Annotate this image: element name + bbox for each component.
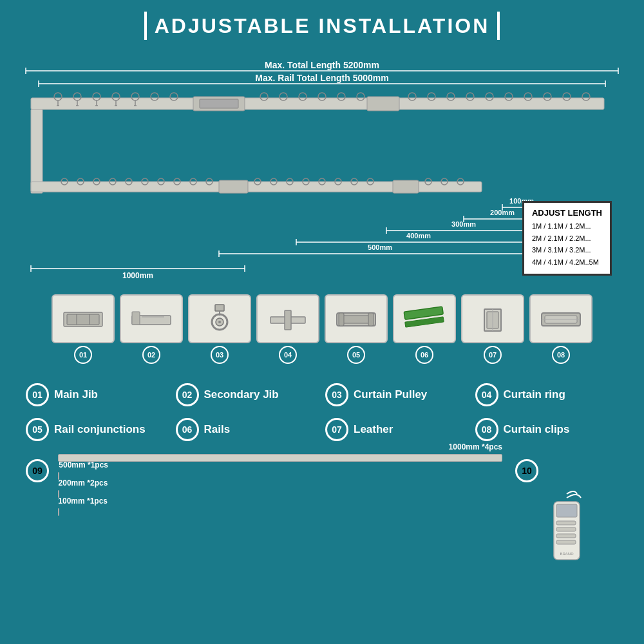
circle-08: 08 (475, 418, 498, 441)
adjust-lines: 1M / 1.1M / 1.2M...2M / 2.1M / 2.2M...3M… (532, 220, 602, 269)
part-02-box (120, 294, 183, 343)
svg-rect-46 (393, 180, 419, 193)
bar-1000-visual (58, 454, 502, 462)
svg-rect-122 (556, 521, 576, 525)
diagram-area: Max. Total Length 5200mm Max. Rail Total… (13, 46, 631, 291)
part-08-container: 08 (529, 294, 592, 364)
svg-rect-121 (556, 504, 577, 517)
label-01-text: Main Jib (54, 388, 98, 401)
part-03-num: 03 (211, 346, 229, 364)
label-03-text: Curtain Pulley (354, 388, 427, 401)
svg-rect-101 (215, 305, 224, 311)
part-01-box (52, 294, 115, 343)
label-05-text: Rail conjunctions (54, 423, 146, 436)
circle-07: 07 (325, 418, 348, 441)
svg-rect-125 (556, 540, 576, 544)
rail-bars-area: 1000mm *4pcs 500mm *1pcs 200mm *2pcs 100… (58, 454, 502, 538)
title-bar: ADJUSTABLE INSTALLATION (0, 0, 644, 46)
part-04-container: 04 (256, 294, 319, 364)
railbar-100: 100mm *1pcs (58, 508, 59, 516)
svg-rect-99 (132, 312, 140, 325)
label-02-text: Secondary Jib (204, 388, 279, 401)
bottom-section: 09 1000mm *4pcs 500mm *1pcs 200mm *2pcs … (0, 448, 644, 566)
svg-text:200mm: 200mm (490, 209, 515, 216)
svg-rect-123 (556, 527, 576, 531)
adjust-line: 1M / 1.1M / 1.2M... (532, 220, 602, 232)
label-05: 05 Rail conjunctions (26, 418, 169, 441)
part-03-icon (197, 301, 242, 337)
circle-10: 10 (515, 459, 538, 482)
svg-rect-9 (367, 97, 399, 111)
title-bar-right (497, 12, 500, 40)
parts-labels-grid: 01 Main Jib 02 Secondary Jib 03 Curtain … (0, 364, 644, 448)
label-06-text: Rails (204, 423, 231, 436)
adjust-line: 2M / 2.1M / 2.2M... (532, 232, 602, 245)
bar-200-label: 200mm *2pcs (59, 478, 108, 488)
part-02-num: 02 (142, 346, 160, 364)
part-05-box (325, 294, 388, 343)
part-05-icon (334, 303, 379, 335)
section-09: 09 1000mm *4pcs 500mm *1pcs 200mm *2pcs … (26, 454, 502, 538)
part-01-icon (61, 303, 106, 335)
part-02-icon (129, 303, 174, 335)
svg-rect-43 (31, 109, 43, 193)
svg-rect-45 (219, 180, 248, 193)
label-01: 01 Main Jib (26, 383, 169, 406)
part-02-container: 02 (120, 294, 183, 364)
part-01-container: 01 (52, 294, 115, 364)
section-10: 10 BRAND (515, 454, 618, 566)
circle-04: 04 (475, 383, 498, 406)
svg-rect-6 (31, 98, 604, 109)
label-03: 03 Curtain Pulley (325, 383, 469, 406)
part-08-box (529, 294, 592, 343)
svg-text:300mm: 300mm (451, 220, 476, 228)
svg-rect-95 (67, 314, 99, 325)
part-07-container: 07 (461, 294, 524, 364)
svg-rect-109 (340, 316, 372, 323)
adjust-title: ADJUST LENGTH (532, 208, 602, 218)
label-04-text: Curtain ring (504, 388, 565, 401)
part-06-box (393, 294, 456, 343)
svg-text:Max. Rail Total Length 5000mm: Max. Rail Total Length 5000mm (255, 73, 388, 83)
part-04-num: 04 (279, 346, 297, 364)
svg-point-105 (218, 321, 221, 323)
part-07-num: 07 (484, 346, 502, 364)
part-04-box (256, 294, 319, 343)
parts-icons-row: 01 02 03 (0, 294, 644, 364)
part-07-box (461, 294, 524, 343)
svg-text:400mm: 400mm (406, 232, 431, 240)
label-07: 07 Leather (325, 418, 469, 441)
label-08-text: Curtain clips (504, 423, 570, 436)
adjust-line: 3M / 3.1M / 3.2M... (532, 244, 602, 256)
part-04-icon (265, 303, 310, 335)
num-10-header: 10 (515, 459, 538, 482)
svg-text:Max. Total Length 5200mm: Max. Total Length 5200mm (265, 60, 379, 70)
part-01-num: 01 (74, 346, 92, 364)
part-07-icon (470, 303, 515, 335)
title-bar-left (144, 12, 147, 40)
part-06-num: 06 (415, 346, 433, 364)
bar-100-label: 100mm *1pcs (58, 497, 108, 506)
svg-rect-124 (556, 534, 576, 538)
circle-06: 06 (176, 418, 199, 441)
bar-100-visual (58, 508, 59, 516)
part-06-icon (402, 303, 447, 335)
part-05-num: 05 (347, 346, 365, 364)
part-05-container: 05 (325, 294, 388, 364)
circle-03: 03 (325, 383, 348, 406)
bar-500-label: 500mm *1pcs (59, 460, 108, 469)
svg-rect-110 (339, 313, 344, 326)
circle-01: 01 (26, 383, 49, 406)
label-06: 06 Rails (176, 418, 319, 441)
circle-09: 09 (26, 459, 49, 482)
label-02: 02 Secondary Jib (176, 383, 319, 406)
svg-rect-107 (285, 310, 291, 330)
svg-rect-8 (200, 99, 238, 108)
label-07-text: Leather (354, 423, 393, 436)
svg-text:1000mm: 1000mm (122, 271, 153, 280)
circle-05: 05 (26, 418, 49, 441)
svg-text:BRAND: BRAND (560, 552, 574, 556)
part-03-container: 03 (188, 294, 251, 364)
bar-1000-label: 1000mm *4pcs (449, 442, 502, 451)
part-03-box (188, 294, 251, 343)
